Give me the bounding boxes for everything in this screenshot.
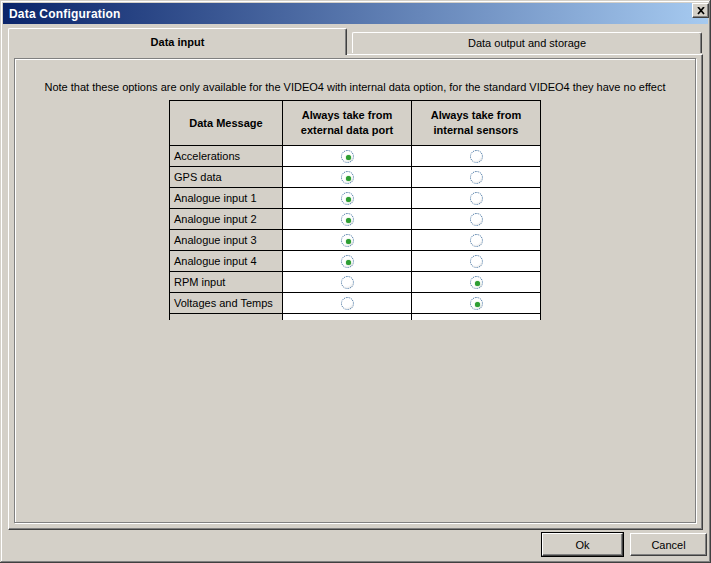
radio-external-gps-data[interactable] bbox=[341, 171, 354, 184]
radio-cell-external bbox=[283, 230, 412, 251]
row-label: GPS data bbox=[170, 167, 283, 188]
table-row: Analogue input 3 bbox=[170, 230, 541, 251]
radio-internal-voltages-and-temps[interactable] bbox=[470, 297, 483, 310]
radio-external-rpm-input[interactable] bbox=[341, 276, 354, 289]
tab-data-input[interactable]: Data input bbox=[8, 28, 347, 55]
column-header-data-message: Data Message bbox=[170, 101, 283, 146]
row-label: Analogue input 1 bbox=[170, 188, 283, 209]
radio-external-analogue-input-1[interactable] bbox=[341, 192, 354, 205]
radio-internal-analogue-input-2[interactable] bbox=[470, 213, 483, 226]
radio-cell-internal bbox=[412, 251, 541, 272]
radio-internal-analogue-input-1[interactable] bbox=[470, 192, 483, 205]
partial-cell bbox=[170, 314, 283, 320]
radio-internal-accelerations[interactable] bbox=[470, 150, 483, 163]
radio-cell-external bbox=[283, 188, 412, 209]
table-row: Analogue input 1 bbox=[170, 188, 541, 209]
table-body: AccelerationsGPS dataAnalogue input 1Ana… bbox=[170, 146, 541, 320]
radio-cell-external bbox=[283, 146, 412, 167]
radio-cell-internal bbox=[412, 293, 541, 314]
radio-external-analogue-input-3[interactable] bbox=[341, 234, 354, 247]
radio-cell-external bbox=[283, 272, 412, 293]
radio-internal-analogue-input-4[interactable] bbox=[470, 255, 483, 268]
radio-internal-rpm-input[interactable] bbox=[470, 276, 483, 289]
row-label: Accelerations bbox=[170, 146, 283, 167]
data-configuration-dialog: Data Configuration Data input Data outpu… bbox=[0, 0, 711, 563]
radio-cell-internal bbox=[412, 167, 541, 188]
radio-cell-internal bbox=[412, 230, 541, 251]
column-header-external: Always take from external data port bbox=[283, 101, 412, 146]
radio-cell-external bbox=[283, 251, 412, 272]
table-row-partial bbox=[170, 314, 541, 320]
row-label: Analogue input 4 bbox=[170, 251, 283, 272]
radio-cell-external bbox=[283, 167, 412, 188]
row-label: RPM input bbox=[170, 272, 283, 293]
partial-cell bbox=[412, 314, 541, 320]
tab-data-output-label: Data output and storage bbox=[468, 37, 586, 49]
radio-cell-external bbox=[283, 293, 412, 314]
table-row: Analogue input 2 bbox=[170, 209, 541, 230]
radio-cell-internal bbox=[412, 146, 541, 167]
radio-cell-internal bbox=[412, 209, 541, 230]
radio-external-analogue-input-2[interactable] bbox=[341, 213, 354, 226]
titlebar[interactable]: Data Configuration bbox=[3, 3, 708, 24]
table-row: RPM input bbox=[170, 272, 541, 293]
radio-internal-analogue-input-3[interactable] bbox=[470, 234, 483, 247]
radio-external-voltages-and-temps[interactable] bbox=[341, 297, 354, 310]
radio-external-accelerations[interactable] bbox=[341, 150, 354, 163]
table-header-row: Data Message Always take from external d… bbox=[170, 101, 541, 146]
table-row: Analogue input 4 bbox=[170, 251, 541, 272]
window-title: Data Configuration bbox=[9, 7, 121, 21]
tab-data-output-and-storage[interactable]: Data output and storage bbox=[352, 32, 702, 53]
ok-button[interactable]: Ok bbox=[542, 533, 623, 556]
tab-data-input-label: Data input bbox=[151, 36, 205, 48]
options-panel: Note that these options are only availab… bbox=[14, 58, 696, 523]
table-row: Voltages and Temps bbox=[170, 293, 541, 314]
radio-internal-gps-data[interactable] bbox=[470, 171, 483, 184]
close-icon bbox=[697, 7, 705, 15]
row-label: Analogue input 3 bbox=[170, 230, 283, 251]
radio-external-analogue-input-4[interactable] bbox=[341, 255, 354, 268]
cancel-button[interactable]: Cancel bbox=[630, 533, 707, 556]
column-header-internal: Always take from internal sensors bbox=[412, 101, 541, 146]
partial-cell bbox=[283, 314, 412, 320]
row-label: Voltages and Temps bbox=[170, 293, 283, 314]
radio-cell-internal bbox=[412, 272, 541, 293]
data-message-table: Data Message Always take from external d… bbox=[169, 100, 541, 320]
table-row: GPS data bbox=[170, 167, 541, 188]
note-text: Note that these options are only availab… bbox=[15, 81, 695, 93]
close-button[interactable] bbox=[692, 3, 709, 18]
tab-page-data-input: Note that these options are only availab… bbox=[8, 54, 703, 530]
radio-cell-internal bbox=[412, 188, 541, 209]
row-label: Analogue input 2 bbox=[170, 209, 283, 230]
table-row: Accelerations bbox=[170, 146, 541, 167]
radio-cell-external bbox=[283, 209, 412, 230]
